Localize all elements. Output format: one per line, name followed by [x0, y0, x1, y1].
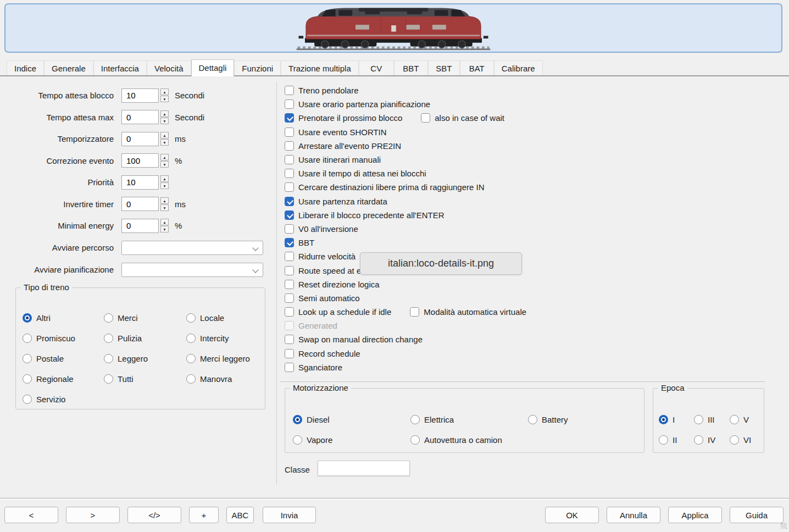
radio-motor-autovettura[interactable]: Autovettura o camion	[410, 435, 644, 445]
spin-up-button[interactable]: ▲	[160, 154, 169, 160]
radio-icon[interactable]	[293, 435, 302, 445]
radio-icon[interactable]	[410, 435, 420, 445]
spin-down-button[interactable]: ▼	[160, 161, 169, 168]
spin-down-button[interactable]: ▼	[160, 118, 169, 124]
spin-up-button[interactable]: ▲	[160, 132, 169, 138]
next-loco-button[interactable]: >	[66, 507, 120, 523]
radio-motor-battery[interactable]: Battery	[528, 415, 644, 424]
radio-train-type-merci-leggero[interactable]: Merci leggero	[186, 354, 265, 363]
start-schedule-combobox[interactable]	[121, 263, 263, 277]
radio-icon[interactable]	[104, 354, 113, 363]
cancel-button[interactable]: Annulla	[607, 507, 660, 523]
radio-epoch-4[interactable]: IV	[694, 435, 730, 445]
tab-velocita[interactable]: Velocità	[147, 60, 191, 75]
spin-value-input[interactable]	[121, 175, 159, 190]
checkbox[interactable]	[285, 252, 294, 261]
radio-epoch-6[interactable]: VI	[730, 435, 764, 445]
checkbox[interactable]	[285, 349, 294, 358]
radio-train-type-tutti[interactable]: Tutti	[104, 374, 186, 384]
radio-icon[interactable]	[186, 354, 196, 363]
checkbox[interactable]	[285, 210, 294, 220]
radio-icon[interactable]	[730, 415, 739, 424]
radio-train-type-intercity[interactable]: Intercity	[186, 334, 265, 343]
checkbox[interactable]	[285, 113, 294, 123]
checkbox[interactable]	[285, 335, 294, 344]
radio-epoch-1[interactable]: I	[659, 415, 694, 424]
radio-icon[interactable]	[104, 374, 113, 384]
spin-down-button[interactable]: ▼	[160, 226, 169, 232]
spin-value-input[interactable]	[121, 88, 159, 103]
radio-icon[interactable]	[186, 334, 196, 343]
spin-value-input[interactable]	[121, 197, 159, 211]
start-route-combobox[interactable]	[121, 241, 263, 255]
spin-up-button[interactable]: ▲	[160, 175, 169, 182]
radio-train-type-servizio[interactable]: Servizio	[23, 395, 104, 404]
radio-icon[interactable]	[23, 374, 32, 384]
radio-epoch-5[interactable]: V	[730, 415, 764, 424]
tab-dettagli[interactable]: Dettagli	[191, 59, 235, 76]
tab-calibrare[interactable]: Calibrare	[494, 60, 543, 75]
radio-train-type-regionale[interactable]: Regionale	[23, 374, 104, 384]
radio-icon[interactable]	[23, 354, 32, 363]
tab-indice[interactable]: Indice	[7, 60, 44, 75]
tab-bbt[interactable]: BBT	[394, 60, 428, 75]
radio-icon[interactable]	[410, 415, 420, 424]
radio-train-type-altri[interactable]: Altri	[23, 313, 104, 323]
radio-train-type-postale[interactable]: Postale	[23, 354, 104, 363]
help-button[interactable]: Guida	[730, 507, 784, 523]
radio-icon[interactable]	[186, 374, 196, 384]
spin-up-button[interactable]: ▲	[160, 88, 169, 95]
spin-value-input[interactable]	[121, 153, 159, 168]
radio-motor-vapore[interactable]: Vapore	[293, 435, 410, 445]
checkbox[interactable]	[285, 99, 294, 109]
xml-button[interactable]: </>	[127, 507, 181, 523]
checkbox[interactable]	[285, 86, 294, 95]
tab-interfaccia[interactable]: Interfaccia	[93, 60, 147, 75]
radio-icon[interactable]	[694, 435, 703, 445]
add-button[interactable]: +	[189, 507, 219, 523]
radio-epoch-2[interactable]: II	[659, 435, 694, 445]
spin-up-button[interactable]: ▲	[160, 197, 169, 204]
radio-train-type-promiscuo[interactable]: Promiscuo	[23, 334, 104, 343]
checkbox[interactable]	[285, 363, 294, 372]
radio-train-type-leggero[interactable]: Leggero	[104, 354, 186, 363]
spin-down-button[interactable]: ▼	[160, 96, 169, 102]
checkbox[interactable]	[285, 182, 294, 192]
tab-sbt[interactable]: SBT	[428, 60, 460, 75]
spin-up-button[interactable]: ▲	[160, 219, 169, 225]
spin-value-input[interactable]	[121, 219, 159, 233]
prev-loco-button[interactable]: <	[4, 507, 58, 523]
tab-cv[interactable]: CV	[359, 60, 394, 75]
spin-value-input[interactable]	[121, 110, 159, 124]
radio-motor-elettrica[interactable]: Elettrica	[410, 415, 528, 424]
radio-train-type-locale[interactable]: Locale	[186, 313, 265, 323]
radio-icon[interactable]	[659, 435, 668, 445]
radio-icon[interactable]	[23, 313, 32, 323]
radio-icon[interactable]	[23, 395, 32, 404]
classe-input[interactable]	[318, 461, 410, 476]
spin-value-input[interactable]	[121, 132, 159, 146]
radio-icon[interactable]	[694, 415, 703, 424]
radio-train-type-pulizia[interactable]: Pulizia	[104, 334, 186, 343]
ok-button[interactable]: OK	[545, 507, 599, 523]
checkbox[interactable]	[285, 128, 294, 137]
radio-icon[interactable]	[659, 415, 668, 424]
checkbox[interactable]	[285, 293, 294, 303]
radio-icon[interactable]	[104, 334, 113, 343]
radio-train-type-manovra[interactable]: Manovra	[186, 374, 265, 384]
tab-generale[interactable]: Generale	[44, 60, 93, 75]
checkbox[interactable]	[285, 169, 294, 178]
radio-train-type-merci[interactable]: Merci	[104, 313, 186, 323]
radio-icon[interactable]	[23, 334, 32, 343]
checkbox[interactable]	[285, 197, 294, 206]
checkbox[interactable]	[285, 307, 294, 317]
radio-icon[interactable]	[730, 435, 739, 445]
checkbox[interactable]	[410, 307, 419, 317]
checkbox[interactable]	[285, 155, 294, 164]
checkbox[interactable]	[285, 280, 294, 289]
checkbox[interactable]	[421, 113, 430, 123]
checkbox[interactable]	[285, 141, 294, 151]
send-button[interactable]: Invia	[263, 507, 316, 523]
spin-down-button[interactable]: ▼	[160, 182, 169, 189]
tab-bat[interactable]: BAT	[460, 60, 494, 75]
